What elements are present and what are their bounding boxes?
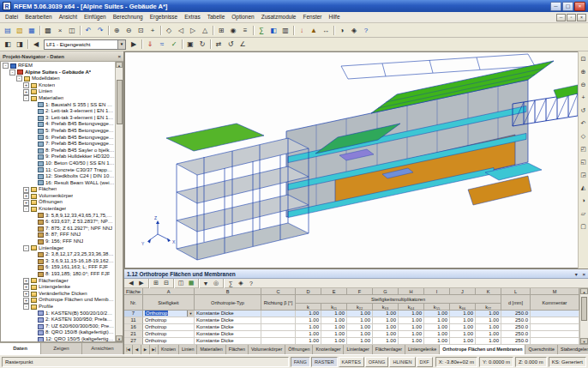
tabs-prev-icon[interactable]: ◀	[133, 345, 141, 354]
tree-item[interactable]: 2: 3,8,12,17,23,25,33,36,38,41,44,49,52,…	[1, 251, 115, 258]
table-cell[interactable]: 1.00	[347, 338, 373, 345]
table-cell[interactable]: Orthotrop▼	[143, 311, 195, 317]
tree-item[interactable]: 6: 159,161,163; L; FFF FJF	[1, 264, 115, 271]
measure-icon[interactable]: ∠	[237, 39, 249, 50]
table-tab[interactable]: Volumenkörper	[249, 345, 285, 354]
table-cell[interactable]: Konstante Dicke	[195, 331, 261, 338]
table-tab[interactable]: Knoten	[159, 345, 179, 354]
table-cell[interactable]: 250.0	[501, 338, 531, 345]
table-cell[interactable]: 1.00	[476, 331, 501, 338]
table-cell[interactable]	[261, 338, 296, 345]
table-cell[interactable]: Konstante Dicke	[195, 324, 261, 331]
collapse-icon[interactable]: -	[9, 69, 15, 75]
table-cell[interactable]: Orthotrop	[143, 338, 195, 345]
table-cell[interactable]: 1.00	[373, 317, 399, 324]
tree-item[interactable]: -Knotenlager	[1, 206, 115, 213]
table-tab[interactable]: Flächen	[226, 345, 249, 354]
scroll-down-icon[interactable]: ▼	[116, 335, 123, 341]
table-cell[interactable]: 1.00	[399, 338, 424, 345]
supports-icon[interactable]: ▲	[308, 25, 320, 36]
insert-row-icon[interactable]: ⊞	[151, 279, 161, 288]
isometry-icon[interactable]: ◇	[579, 130, 588, 142]
tree-item[interactable]: +Flächenlager	[1, 278, 115, 285]
isometric-view-icon[interactable]: ◇	[163, 25, 175, 36]
table-cell[interactable]: 1.00	[296, 338, 321, 345]
collapse-icon[interactable]: -	[23, 304, 29, 310]
table-tab[interactable]: Knotenlager	[313, 345, 344, 354]
table-cell[interactable]: 1.00	[373, 338, 399, 345]
table-scrollbar[interactable]: ▲ ▼	[579, 288, 588, 344]
table-cell[interactable]: 1.00	[347, 324, 373, 331]
tree-item[interactable]: 9: 156; FFF NNJ	[1, 238, 115, 245]
table-cell[interactable]: 1.00	[296, 331, 321, 338]
expand-icon[interactable]: +	[23, 278, 29, 284]
table-toggle-icon[interactable]: ◨	[14, 39, 26, 50]
perspective-icon[interactable]: ◭	[579, 181, 588, 194]
zoom-all-icon[interactable]: ⊡	[579, 52, 588, 65]
pan-side-icon[interactable]: +	[579, 91, 588, 104]
table-cell[interactable]: 1.00	[424, 338, 450, 345]
calc-table-icon[interactable]: ∑	[225, 279, 236, 288]
print-icon[interactable]: ▩	[42, 25, 54, 36]
tree-item[interactable]: +Linien	[1, 88, 115, 95]
help-icon[interactable]: ?	[360, 25, 372, 36]
table-row[interactable]: 27OrthotropKonstante Dicke1.001.001.001.…	[124, 338, 579, 345]
tree-item[interactable]: +Liniengelenke	[1, 284, 115, 291]
menu-ergebnisse[interactable]: Ergebnisse	[147, 12, 182, 22]
navigator-tab-daten[interactable]: Daten	[0, 343, 41, 354]
check-model-icon[interactable]: ✓	[168, 39, 180, 50]
table-row[interactable]: 16OrthotropKonstante Dicke1.001.001.001.…	[124, 324, 579, 331]
tree-item[interactable]: +Veränderliche Dicken	[1, 291, 115, 298]
toggle-hlinien[interactable]: HLINIEN	[389, 357, 415, 367]
cell-dropdown-icon[interactable]: ▼	[187, 311, 194, 317]
table-menu-icon[interactable]: ▾	[575, 272, 578, 277]
table-scroll-down-icon[interactable]: ▼	[580, 338, 588, 344]
delete-row-icon[interactable]: ⊟	[161, 279, 171, 288]
table-prev-icon[interactable]: ◀	[126, 279, 136, 288]
scroll-up-icon[interactable]: ▲	[116, 62, 123, 68]
render-icon[interactable]: ◑	[336, 25, 348, 36]
cut-icon[interactable]: ×	[54, 25, 66, 36]
load-case-prev-icon[interactable]: ◀	[30, 39, 42, 50]
collapse-icon[interactable]: -	[23, 245, 29, 251]
tree-item[interactable]: +Volumenkörper	[1, 193, 115, 200]
expand-icon[interactable]: +	[23, 193, 29, 199]
table-cell[interactable]	[531, 311, 579, 317]
tree-item[interactable]: +Orthotrope Flächen und Membranen	[1, 297, 115, 304]
pan-icon[interactable]: +	[147, 25, 159, 36]
table-tab[interactable]: Stabendgelenke	[558, 345, 588, 354]
load-case-next-icon[interactable]: ▶	[128, 39, 140, 50]
snap-icon[interactable]: ◉	[227, 25, 239, 36]
table-cell[interactable]: Konstante Dicke	[195, 317, 261, 324]
table-row[interactable]: 11OrthotropKonstante Dicke1.001.001.001.…	[124, 317, 579, 324]
tree-item[interactable]: 5: Prefab B45 Betongvegger 250 | SS EN 1…	[1, 128, 115, 135]
table-cell[interactable]: 1.00	[450, 317, 476, 324]
tree-item[interactable]: 6: Prefab B45 Betongvegger isolert 250 |…	[1, 135, 115, 142]
tree-item[interactable]: 12: Stedkbolts C24 | DIN 1052:2008-12; O…	[1, 173, 115, 180]
expand-icon[interactable]: +	[23, 284, 29, 290]
navigator-scrollbar[interactable]: ▲ ▼	[115, 62, 123, 341]
table-cell[interactable]: Konstante Dicke	[195, 338, 261, 345]
copy-icon[interactable]: ◫	[66, 25, 78, 36]
maximize-button[interactable]: ▢	[562, 2, 573, 11]
tree-item[interactable]: 8: 193,185; 180.0°; FFF FJF	[1, 271, 115, 278]
table-cell[interactable]: 1.00	[424, 311, 450, 317]
table-cell[interactable]	[261, 317, 296, 324]
tree-item[interactable]: 6: 633,637; Z 53.2837°; NPN NNJ	[1, 219, 115, 226]
menu-optionen[interactable]: Optionen	[228, 12, 257, 22]
render-mode-icon[interactable]: ◑	[579, 194, 588, 207]
tree-item[interactable]: 4: Prefab B45 Betongvegger 200 | SS EN 1…	[1, 121, 115, 128]
toggle-kartes[interactable]: KARTES	[339, 357, 364, 367]
table-cell[interactable]: 1.00	[450, 338, 476, 345]
toggle-raster[interactable]: RASTER	[311, 357, 338, 367]
table-cell[interactable]	[261, 311, 296, 317]
tree-item[interactable]: 7: Prefab B45 Betongvegger 250 jordtrykk…	[1, 141, 115, 148]
child-restore-button[interactable]: ▫	[567, 14, 576, 21]
menu-zusatzmodule[interactable]: Zusatzmodule	[258, 12, 300, 22]
menu-extras[interactable]: Extras	[181, 12, 203, 22]
save-icon[interactable]: ▦	[26, 25, 38, 36]
table-cell[interactable]	[531, 338, 579, 345]
collapse-icon[interactable]: -	[3, 63, 9, 69]
wireframe-icon[interactable]: ▱	[579, 207, 588, 220]
tree-item[interactable]: 9: Prefab Hulldekker HD320 | SS EN 1992-…	[1, 154, 115, 160]
